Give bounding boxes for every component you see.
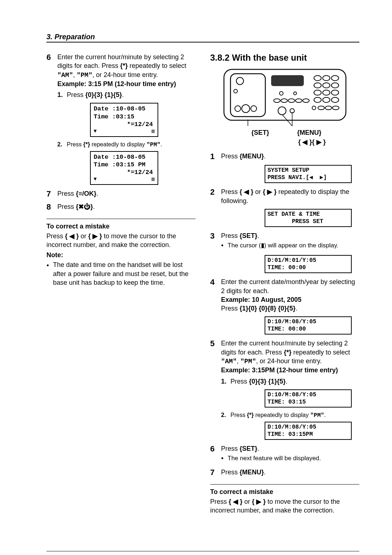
label-arrows: { ◀ }{ ▶ } [298,138,326,146]
correct-text: Press { ◀ } or { ▶ } to move the cursor … [46,232,196,250]
antenna-icon [94,128,97,135]
note-heading: Note: [46,251,196,259]
txt: . [295,305,297,312]
svg-point-19 [331,76,339,81]
svg-point-20 [314,83,321,88]
svg-point-32 [332,106,339,110]
keys: {0}{3} {1}{5} [249,378,286,385]
key-star: {*} [83,141,90,147]
keys: {1}{0} {0}{8} {0}{5} [240,305,295,312]
r-step-7-num: 7 [210,468,221,477]
txt: . [257,445,259,452]
svg-point-5 [242,105,250,113]
sub-2-num: 2. [57,141,67,148]
example-label: Example: 3:15 PM (12-hour time entry) [57,80,196,88]
r-step-2-body: Press { ◀ } or { ▶ } repeatedly to displ… [221,187,359,205]
lcd-text: Date :10-08-05 Time :03:15 *=12/24 [94,105,153,128]
r-step-4-body: Enter the current date/month/year by sel… [221,278,359,313]
txt: or [253,188,263,195]
svg-point-13 [295,99,302,102]
sub-1-num: 1. [221,377,230,386]
svg-rect-7 [271,75,304,86]
note-item: The date and time on the handset will be… [53,260,196,287]
lcd-r5a: D:10/M:08/Y:05 TIME: 03:15 [265,389,352,408]
txt: . [160,141,162,147]
sub-2-body: Press {*} repeatedly to display "PM". [67,141,162,148]
txt: . [257,232,259,239]
svg-point-31 [325,106,332,110]
key-left: { ◀ } [229,498,242,505]
txt: Press [67,91,85,98]
lcd-text: Date :10-08-05 Time :03:15 PM *=12/24 [94,154,153,176]
lcd-r4: D:10/M:08/Y:05 TIME: 00:00 [265,316,352,335]
battery-icon: ▥ [152,128,155,135]
txt: Press [221,153,240,160]
txt: Press [221,232,240,239]
svg-point-10 [274,99,280,102]
key-set: {SET} [240,232,257,239]
svg-point-27 [323,97,330,102]
correct-heading: To correct a mistake [46,223,196,230]
svg-point-22 [331,83,339,88]
q-pm: "PM" [240,358,256,365]
svg-point-4 [235,106,241,112]
correct-text-r: Press { ◀ } or { ▶ } to move the cursor … [210,497,359,515]
lcd-display-2: Date :10-08-05 Time :03:15 PM *=12/24 ▥ [90,151,158,185]
txt: Press [221,188,240,195]
txt: . [264,469,266,476]
txt: . [264,153,266,160]
svg-point-17 [314,76,321,81]
svg-point-14 [303,99,309,102]
lcd-r3: D:01/M:01/Y:05 TIME: 00:00 [265,255,352,273]
svg-point-29 [312,106,316,110]
key-left: { ◀ } [240,188,253,195]
page-number: 24 [46,551,359,555]
txt: or [79,232,88,240]
sub-1-body: Press {0}{3} {1}{5}. [67,90,124,99]
r-step-7-body: Press {MENU}. [221,468,359,477]
key-star: {*} [284,349,291,356]
antenna-icon [94,176,97,183]
label-set: {SET} [240,129,280,137]
q-am: "AM" [221,358,237,365]
txt: repeatedly to display [90,141,147,147]
svg-point-18 [323,76,330,81]
bullet: The cursor (▮) will appear on the displa… [228,242,359,250]
svg-point-21 [323,83,330,88]
txt: or [242,498,252,505]
key-star: {*} [120,62,128,69]
r-step-2-num: 2 [210,187,221,205]
sub-1-body: Press {0}{3} {1}{5}. [230,377,287,386]
separator [46,219,196,219]
txt: Press [221,469,240,476]
txt: Press [57,203,76,210]
separator [210,484,359,485]
txt: . [286,378,287,385]
txt: . [93,203,95,210]
bullet: The next feature will be displayed. [228,454,359,463]
txt: Press [46,232,65,240]
txt: Press [221,305,240,312]
txt: repeatedly to display [254,412,310,418]
svg-point-23 [314,90,321,95]
svg-point-12 [288,99,295,102]
q-pm: "PM" [310,412,324,419]
svg-point-2 [236,77,244,85]
example: Example: 3:15PM (12-hour time entry) [221,366,359,374]
txt: , or 24-hour time entry. [256,357,322,365]
txt: Press [67,141,83,147]
key-menu: {MENU} [240,153,264,160]
key-right: { ▶ } [88,232,102,240]
txt: Enter the current date/month/year by sel… [221,278,355,294]
txt: . [122,91,124,98]
txt: , or 24-hour time entry. [92,71,158,78]
quote-pm: "PM" [147,142,160,148]
r-step-1-num: 1 [210,152,221,161]
txt: Press [221,445,240,452]
lcd-r2: SET DATE & TIME PRESS SET [265,209,352,227]
svg-point-3 [234,89,237,93]
step-7-num: 7 [46,189,57,199]
step-6-body: Enter the current hour/minute by selecti… [57,53,196,99]
svg-point-26 [314,97,321,102]
key-left: { ◀ } [65,232,79,240]
